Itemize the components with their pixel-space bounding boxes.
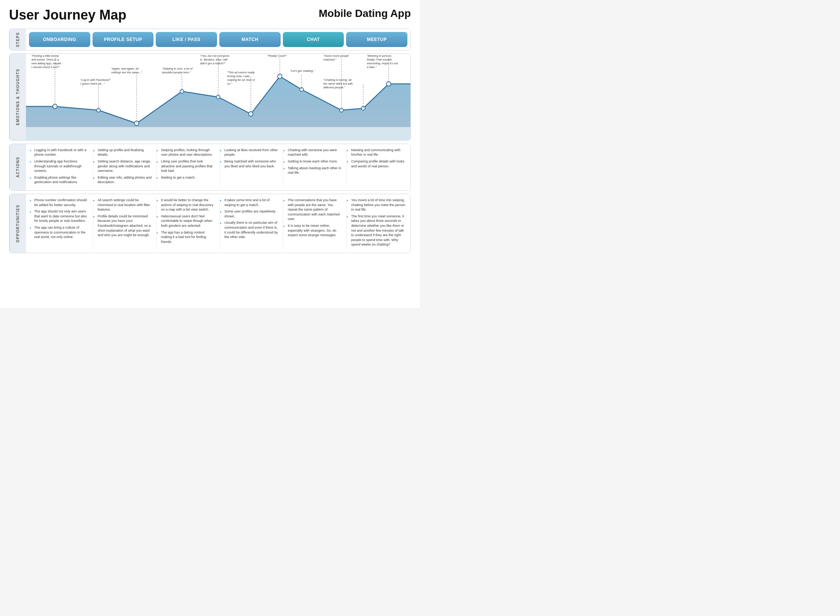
svg-text:I guess that's ok...": I guess that's ok..." (81, 82, 105, 85)
emotions-chart-area: "Feeling a little lonely and bored. Ther… (26, 54, 410, 140)
opp-item: The conversations that you have with peo… (283, 198, 343, 222)
action-item: Chatting with someone you were matched w… (283, 148, 343, 157)
step-chat[interactable]: CHAT (283, 32, 344, 47)
action-item: Setting up profile and finalising detail… (93, 148, 153, 157)
opps-col-0: Phone number confirmation should be adde… (30, 198, 93, 249)
page: User Journey Map Mobile Dating App STEPS… (0, 0, 420, 308)
step-like-pass[interactable]: LIKE / PASS (156, 32, 217, 47)
opp-item: Some user profiles are repetitively show… (220, 209, 280, 218)
actions-label: ACTIONS (9, 144, 26, 190)
svg-text:"Swiping is cool, a lot of: "Swiping is cool, a lot of (162, 67, 193, 70)
svg-text:interesting. Hope it's not: interesting. Hope it's not (367, 62, 398, 65)
action-item: Talking about meeting each other in real… (283, 166, 343, 175)
svg-text:didn't get a match?": didn't get a match?" (200, 62, 226, 65)
action-item: Waiting to get a match. (156, 175, 217, 180)
actions-section: ACTIONS Logging in with Facebook or with… (9, 144, 411, 191)
svg-text:"Feeling a little lonely: "Feeling a little lonely (31, 54, 59, 58)
svg-text:"Chatting is boring, all: "Chatting is boring, all (324, 78, 352, 82)
svg-text:beautiful people here.": beautiful people here." (162, 71, 191, 74)
action-item: Swiping profiles, looking through user p… (156, 148, 217, 157)
svg-text:"Yea, but not everyone: "Yea, but not everyone (200, 54, 229, 58)
step-meetup[interactable]: MEETUP (346, 32, 407, 47)
svg-text:and bored. There is a: and bored. There is a (31, 58, 59, 61)
actions-col-3: Looking at likes received from other peo… (220, 148, 284, 187)
svg-text:"This all seems really: "This all seems really (227, 71, 255, 74)
action-item: Setting search distance, age range, gend… (93, 159, 153, 173)
emotions-section: EMOTIONS & THOUGHTS (9, 53, 411, 141)
action-item: Understanding app functions through tuto… (30, 159, 90, 173)
opp-item: Profile details could be minimised becau… (93, 214, 153, 238)
opp-item: It would be better to change the actions… (156, 198, 217, 212)
svg-text:finally! That sounds: finally! That sounds (367, 58, 392, 61)
opps-col-4: The conversations that you have with peo… (283, 198, 347, 249)
svg-text:"Some more people: "Some more people (324, 54, 349, 58)
svg-text:matched.": matched." (324, 58, 337, 61)
step-onboarding[interactable]: ONBOARDING (29, 32, 90, 47)
step-match[interactable]: MATCH (219, 32, 281, 47)
opportunities-section: OPPORTUNITIES Phone number confirmation … (9, 194, 411, 253)
actions-col-0: Logging in with Facebook or with a phone… (30, 148, 93, 187)
steps-row: ONBOARDING PROFILE SETUP LIKE / PASS MAT… (26, 29, 410, 50)
svg-text:settings are the same...": settings are the same..." (111, 71, 143, 74)
emotions-svg: "Feeling a little lonely and bored. Ther… (26, 54, 410, 140)
opp-item: It is easy to be mean online, especially… (283, 223, 343, 238)
svg-text:"Log in with Facebook?: "Log in with Facebook? (81, 78, 111, 82)
emotions-label: EMOTIONS & THOUGHTS (9, 54, 26, 140)
svg-text:is. Besides, why I still: is. Besides, why I still (200, 58, 228, 61)
action-item: Looking at likes received from other peo… (220, 148, 280, 157)
opp-item: Usually there is no particular aim of co… (220, 220, 280, 239)
action-item: Comparing profile details with looks and… (347, 159, 407, 168)
opp-item: The app should not only aim users that w… (30, 209, 90, 223)
header: User Journey Map Mobile Dating App (9, 8, 411, 23)
actions-col-5: Meeting and communicating with him/her i… (347, 148, 407, 187)
opps-col-1: All search settings could be minimised t… (93, 198, 157, 249)
opp-item: All search settings could be minimised t… (93, 198, 153, 212)
opp-item: Heterosexual users don't feel comfortabl… (156, 214, 217, 228)
action-item: Logging in with Facebook or with a phone… (30, 148, 90, 157)
steps-section: STEPS ONBOARDING PROFILE SETUP LIKE / PA… (9, 29, 411, 50)
svg-text:so.": so." (227, 82, 232, 85)
svg-text:I should check it out?": I should check it out?" (31, 65, 60, 69)
svg-text:"Meeting in person,: "Meeting in person, (367, 54, 392, 58)
svg-text:new dating app, maybe: new dating app, maybe (31, 62, 61, 65)
opps-col-3: It takes some time and a lot of swiping … (220, 198, 284, 249)
actions-col-4: Chatting with someone you were matched w… (283, 148, 347, 187)
actions-content: Logging in with Facebook or with a phone… (26, 144, 410, 190)
svg-text:"Finally! Cool!!": "Finally! Cool!!" (267, 54, 287, 58)
svg-rect-0 (26, 127, 410, 140)
action-item: Getting to know each other more. (283, 159, 343, 164)
svg-text:"Let's get chatting.": "Let's get chatting." (290, 69, 315, 73)
opp-item: It takes some time and a lot of swiping … (220, 198, 280, 207)
action-item: Being matched with someone who you liked… (220, 159, 280, 168)
opp-item: The app can bring a culture of openness … (30, 225, 90, 240)
svg-text:"Again, and again, all: "Again, and again, all (111, 67, 139, 70)
opp-item: The app has a dating context making it a… (156, 230, 217, 244)
opp-item: Phone number confirmation should be adde… (30, 198, 90, 207)
svg-text:a fake.": a fake." (367, 65, 377, 69)
actions-col-1: Setting up profile and finalising detail… (93, 148, 157, 187)
svg-text:boring now, I was: boring now, I was (227, 74, 250, 78)
opps-col-2: It would be better to change the actions… (156, 198, 220, 249)
svg-text:swiping for an hour or: swiping for an hour or (227, 78, 255, 82)
svg-text:the same talks but with: the same talks but with (324, 82, 353, 85)
page-title: User Journey Map (9, 8, 126, 23)
action-item: Enabling phone settings like geolocation… (30, 175, 90, 185)
opps-col-5: You invest a lot of time into swiping, c… (347, 198, 407, 249)
app-subtitle: Mobile Dating App (319, 8, 411, 20)
action-item: Editing user info, adding photos and des… (93, 175, 153, 185)
step-profile-setup[interactable]: PROFILE SETUP (93, 32, 154, 47)
opportunities-content: Phone number confirmation should be adde… (26, 194, 410, 253)
opp-item: The first time you meet someone, it take… (347, 214, 407, 247)
action-item: Meeting and communicating with him/her i… (347, 148, 407, 157)
opportunities-label: OPPORTUNITIES (9, 194, 26, 253)
opp-item: You invest a lot of time into swiping, c… (347, 198, 407, 212)
action-item: Liking user profiles that look attractiv… (156, 159, 217, 173)
svg-text:different people.": different people." (324, 86, 346, 89)
steps-label: STEPS (9, 29, 26, 50)
actions-col-2: Swiping profiles, looking through user p… (156, 148, 220, 187)
